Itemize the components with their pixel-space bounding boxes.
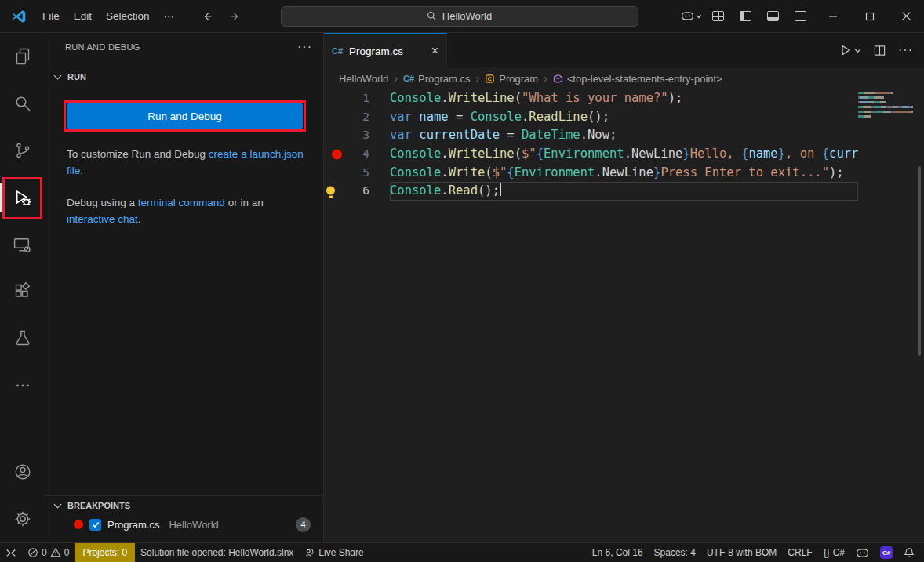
run-or-debug-button[interactable] [839, 44, 861, 56]
editor-gutter[interactable]: 6 [324, 182, 390, 201]
remote-explorer-icon[interactable] [0, 221, 45, 268]
eol-status[interactable]: CRLF [782, 543, 817, 562]
toggle-secondary-sidebar-icon[interactable] [788, 5, 813, 28]
back-arrow-icon[interactable] [202, 11, 213, 22]
code-line[interactable]: 2var name = Console.ReadLine(); [324, 108, 858, 127]
editor-gutter[interactable]: 5 [324, 164, 390, 183]
code-line[interactable]: 3var currentDate = DateTime.Now; [324, 126, 858, 145]
run-debug-icon[interactable] [0, 174, 45, 221]
settings-gear-icon[interactable] [0, 495, 45, 542]
search-value: HelloWorld [442, 10, 492, 22]
terminal-command-link[interactable]: terminal command [138, 197, 225, 208]
editor-gutter[interactable]: 1 [324, 89, 390, 108]
toggle-primary-sidebar-icon[interactable] [733, 5, 758, 28]
problems-status[interactable]: 0 0 [22, 543, 75, 562]
tab-label: Program.cs [349, 45, 403, 57]
breakpoints-section: BREAKPOINTS Program.cs HelloWorld 4 [45, 495, 323, 542]
breakpoint-dot[interactable] [332, 149, 342, 159]
toggle-panel-icon[interactable] [760, 5, 786, 28]
breakpoint-project-label: HelloWorld [169, 519, 218, 531]
solution-status-message[interactable]: Solution file opened: HelloWorld.slnx [135, 543, 299, 562]
code-text[interactable]: Console.WriteLine("What is your name?"); [390, 89, 858, 108]
breakpoints-section-header[interactable]: BREAKPOINTS [45, 496, 323, 515]
run-section-header[interactable]: RUN [55, 72, 86, 82]
menu-more[interactable]: ··· [157, 7, 182, 25]
code-line[interactable]: 6Console.Read(); [324, 182, 858, 201]
remote-indicator-icon[interactable] [0, 543, 22, 562]
testing-icon[interactable] [0, 315, 45, 362]
breakpoint-dot [74, 520, 83, 529]
run-and-debug-button[interactable]: Run and Debug [67, 103, 303, 129]
status-bar: 0 0 Projects: 0 Solution file opened: He… [0, 542, 924, 562]
close-window-button[interactable] [889, 0, 924, 32]
source-control-icon[interactable] [0, 127, 45, 174]
breadcrumb-separator: › [544, 72, 547, 85]
menu-file[interactable]: File [35, 7, 67, 25]
error-icon [27, 547, 38, 558]
explorer-icon[interactable] [0, 33, 45, 80]
menu-edit[interactable]: Edit [67, 7, 99, 25]
tab-program-cs[interactable]: C# Program.cs × [324, 33, 447, 67]
copilot-status-icon[interactable] [850, 543, 875, 562]
editor-more-actions-icon[interactable]: ··· [898, 43, 913, 57]
breadcrumb-project[interactable]: HelloWorld [339, 73, 388, 85]
notifications-bell-icon[interactable] [898, 543, 924, 562]
projects-status-badge[interactable]: Projects: 0 [75, 543, 135, 562]
code-text[interactable]: var currentDate = DateTime.Now; [390, 126, 858, 145]
code-text[interactable]: Console.Write($"{Environment.NewLine}Pre… [390, 164, 858, 183]
editor-gutter[interactable]: 3 [324, 126, 390, 145]
run-and-debug-sidebar: RUN AND DEBUG ··· RUN Run and Debug To c… [45, 33, 324, 542]
customize-layout-icon[interactable] [705, 5, 731, 28]
maximize-button[interactable] [852, 0, 887, 32]
sidebar-more-actions-icon[interactable]: ··· [297, 40, 312, 54]
sidebar-title: RUN AND DEBUG [65, 42, 140, 52]
csharp-devkit-status-icon[interactable]: C# [875, 543, 898, 562]
interactive-chat-link[interactable]: interactive chat [67, 213, 138, 225]
lightbulb-icon[interactable] [326, 187, 335, 195]
extensions-icon[interactable] [0, 268, 45, 315]
code-text[interactable]: Console.WriteLine($"{Environment.NewLine… [390, 145, 858, 164]
line-number: 2 [324, 108, 390, 127]
more-views-icon[interactable] [0, 362, 45, 409]
breakpoint-checkbox[interactable] [89, 519, 101, 531]
copilot-chat-icon[interactable] [678, 5, 704, 28]
customize-help-text: To customize Run and Debug create a laun… [67, 146, 304, 179]
breadcrumb-entry-point[interactable]: <top-level-statements-entry-point> [553, 73, 722, 85]
warning-icon [50, 547, 61, 558]
code-line[interactable]: 1Console.WriteLine("What is your name?")… [324, 89, 858, 108]
breakpoint-file-label: Program.cs [107, 519, 159, 531]
minimap[interactable] [858, 89, 913, 120]
code-line[interactable]: 4Console.WriteLine($"{Environment.NewLin… [324, 145, 858, 164]
search-icon [427, 11, 437, 21]
language-mode-status[interactable]: {} C# [818, 543, 850, 562]
breadcrumb-file[interactable]: C#Program.cs [403, 73, 471, 85]
forward-arrow-icon[interactable] [230, 11, 241, 22]
breakpoint-list-item[interactable]: Program.cs HelloWorld 4 [45, 515, 323, 534]
warning-count: 0 [64, 547, 70, 558]
split-editor-icon[interactable] [874, 45, 886, 56]
code-text[interactable]: Console.Read(); [390, 182, 858, 201]
editor-scrollbar[interactable] [918, 166, 921, 356]
vscode-logo-icon [10, 8, 27, 25]
code-editor[interactable]: 1Console.WriteLine("What is your name?")… [324, 89, 858, 542]
minimize-button[interactable] [815, 0, 850, 32]
chevron-down-icon [54, 71, 62, 79]
live-share-status[interactable]: Live Share [299, 543, 369, 562]
code-text[interactable]: var name = Console.ReadLine(); [390, 108, 858, 127]
indentation-status[interactable]: Spaces: 4 [649, 543, 701, 562]
symbol-namespace-icon [553, 74, 563, 84]
code-line[interactable]: 5Console.Write($"{Environment.NewLine}Pr… [324, 164, 858, 183]
tab-close-icon[interactable]: × [431, 45, 438, 57]
encoding-status[interactable]: UTF-8 with BOM [701, 543, 782, 562]
symbol-class-icon [485, 74, 495, 84]
account-icon[interactable] [0, 448, 45, 495]
breadcrumb: HelloWorld › C#Program.cs › Program › <t… [324, 67, 924, 89]
cursor-position-status[interactable]: Ln 6, Col 16 [587, 543, 649, 562]
menu-selection[interactable]: Selection [99, 7, 157, 25]
editor-gutter[interactable]: 2 [324, 108, 390, 127]
breadcrumb-class[interactable]: Program [485, 73, 538, 85]
editor-gutter[interactable]: 4 [324, 145, 390, 164]
breadcrumb-separator: › [394, 72, 398, 85]
search-sidebar-icon[interactable] [0, 80, 45, 127]
command-center-search[interactable]: HelloWorld [281, 6, 638, 27]
